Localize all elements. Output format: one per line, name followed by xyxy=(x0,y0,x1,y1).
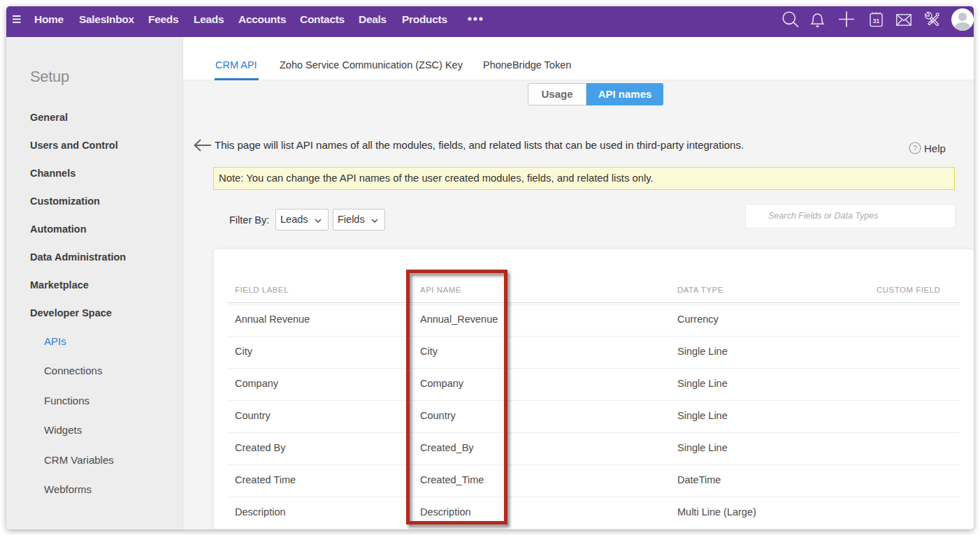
svg-text:31: 31 xyxy=(873,17,880,24)
svg-text:?: ? xyxy=(913,144,917,152)
